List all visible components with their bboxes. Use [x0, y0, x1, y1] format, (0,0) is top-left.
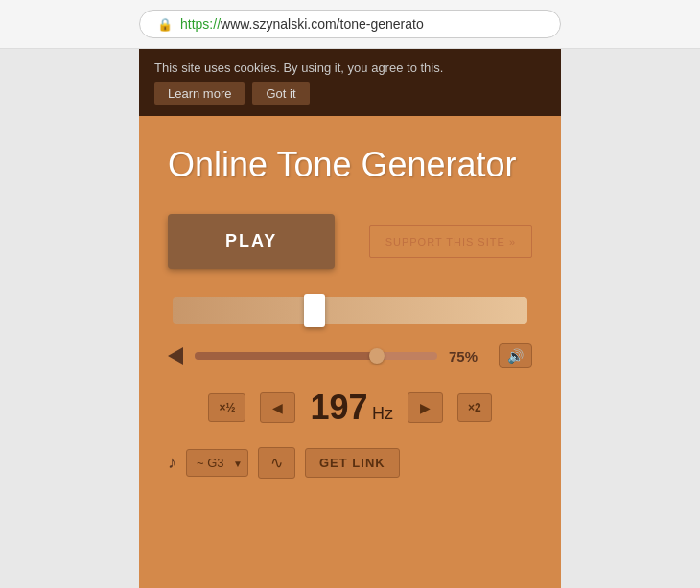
volume-slider-track[interactable]	[195, 352, 437, 360]
frequency-value: 197	[310, 388, 367, 427]
app-title: Online Tone Generator	[168, 145, 532, 185]
learn-more-button[interactable]: Learn more	[154, 82, 245, 105]
volume-triangle-icon	[168, 347, 183, 365]
half-frequency-button[interactable]: ×½	[208, 393, 245, 422]
url-bar[interactable]: 🔒 https://www.szynalski.com/tone-generat…	[139, 10, 561, 38]
url-text: https://www.szynalski.com/tone-generato	[180, 16, 424, 32]
speaker-button[interactable]: 🔊	[499, 343, 532, 368]
waveform-button[interactable]: ∿	[258, 447, 295, 479]
app-container: Online Tone Generator PLAY SUPPORT THIS …	[139, 116, 561, 588]
decrease-frequency-button[interactable]: ◀	[260, 392, 295, 423]
get-link-button[interactable]: GET LINK	[305, 448, 400, 478]
volume-slider-fill	[195, 352, 377, 360]
note-select[interactable]: ~ G3 ~ A3 ~ B3 ~ C4 ~ D4 ~ E4 ~ F4	[186, 449, 248, 477]
frequency-controls-row: ×½ ◀ 197 Hz ▶ ×2	[168, 388, 532, 428]
support-button[interactable]: SUPPORT THIS SITE »	[369, 225, 532, 258]
play-row: PLAY SUPPORT THIS SITE »	[168, 214, 532, 269]
volume-percent: 75%	[449, 348, 487, 365]
play-button[interactable]: PLAY	[168, 214, 335, 269]
increase-frequency-button[interactable]: ▶	[408, 392, 443, 423]
cookie-banner: This site uses cookies. By using it, you…	[139, 49, 561, 116]
frequency-slider-container	[168, 297, 532, 324]
bottom-row: ♪ ~ G3 ~ A3 ~ B3 ~ C4 ~ D4 ~ E4 ~ F4 ∿ G…	[168, 447, 532, 479]
volume-row: 75% 🔊	[168, 343, 532, 368]
double-frequency-button[interactable]: ×2	[457, 393, 492, 422]
note-select-wrapper[interactable]: ~ G3 ~ A3 ~ B3 ~ C4 ~ D4 ~ E4 ~ F4	[186, 449, 248, 477]
frequency-slider-thumb[interactable]	[304, 294, 325, 327]
got-it-button[interactable]: Got it	[252, 82, 309, 105]
url-domain-part: www.szynalski.com/tone-generato	[221, 16, 424, 32]
volume-slider-thumb[interactable]	[369, 348, 385, 364]
url-https-part: https://	[180, 16, 221, 32]
address-bar: 🔒 https://www.szynalski.com/tone-generat…	[0, 0, 700, 49]
lock-icon: 🔒	[157, 17, 173, 32]
music-note-icon: ♪	[168, 453, 176, 473]
frequency-display: 197 Hz	[310, 388, 393, 428]
frequency-unit: Hz	[372, 404, 393, 423]
cookie-message: This site uses cookies. By using it, you…	[154, 60, 546, 75]
frequency-slider-track[interactable]	[173, 297, 527, 324]
cookie-buttons: Learn more Got it	[154, 82, 546, 105]
